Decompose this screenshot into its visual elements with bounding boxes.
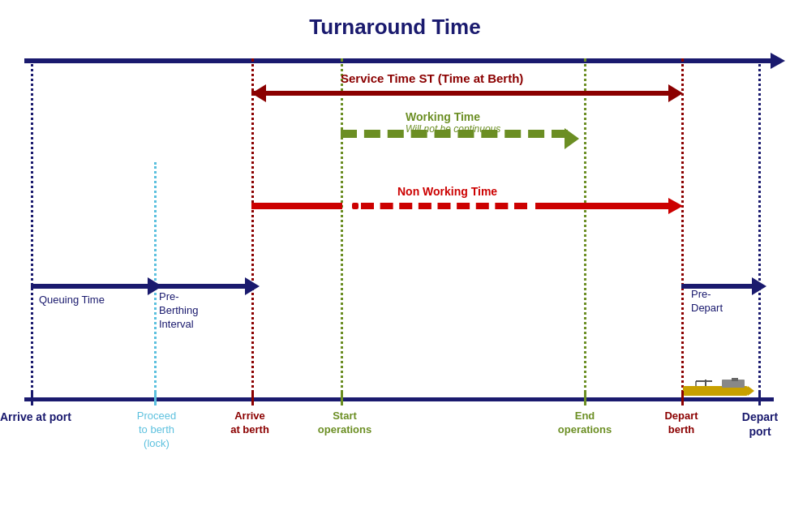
tick-arrive-berth [251,391,254,405]
non-working-right [535,203,672,209]
service-time-label: Service Time ST (Time at Berth) [341,71,523,85]
vline-arrive-port [31,58,33,399]
non-working-left [251,203,342,209]
vline-start-ops [341,58,343,399]
label-start-ops: Start operations [308,410,381,437]
label-depart-berth: Depart berth [649,410,714,437]
tick-proceed-berth [154,391,157,405]
non-working-dashed [361,203,527,209]
diagram-title: Turnaround Time [0,15,790,40]
pre-berthing-label: Pre- Berthing Interval [159,290,198,332]
label-arrive-port: Arrive at port [0,410,81,424]
queuing-time-arrow [31,284,151,289]
diagram: Turnaround Time Service Time ST (Time at… [0,0,790,532]
svg-marker-6 [748,386,754,396]
pre-depart-label: Pre- Depart [691,288,723,315]
tick-end-ops [584,391,586,405]
service-time-arrow [251,91,672,96]
tick-start-ops [341,391,343,405]
vline-depart-port [758,58,761,399]
main-timeline-arrow [24,58,774,63]
working-time-label: Working Time [406,110,480,123]
label-depart-port: Depart port [730,410,790,439]
svg-rect-2 [732,378,738,381]
ship-icon [681,378,754,406]
tick-arrive-port [31,391,33,405]
working-time-sub: Will not be continuous [406,123,500,135]
tick-depart-berth [681,391,684,405]
label-arrive-berth: Arrive at berth [213,410,286,437]
non-working-dot [352,203,359,209]
label-end-ops: End operations [548,410,621,437]
vline-end-ops [584,58,586,399]
vline-depart-berth [681,58,684,399]
label-proceed-berth: Proceed to berth (lock) [120,410,193,451]
bottom-timeline-bar [24,397,774,401]
tick-depart-port [758,391,761,405]
non-working-label: Non Working Time [397,185,497,198]
pre-berthing-arrow [154,284,248,289]
vline-arrive-berth [251,58,254,399]
queuing-time-label: Queuing Time [39,294,105,306]
